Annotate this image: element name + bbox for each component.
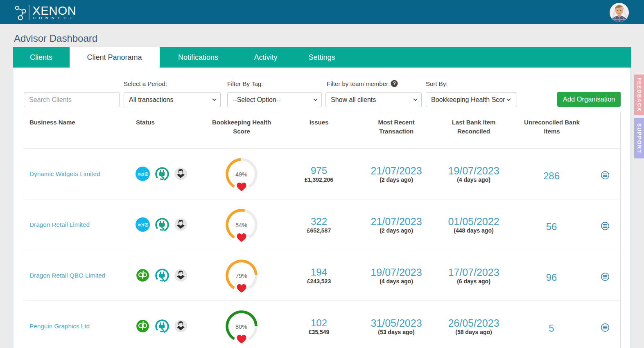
svg-text:?: ? [393,81,396,86]
svg-text:XENON: XENON [32,4,76,17]
svg-text:xer: xer [138,171,145,177]
svg-text:xer: xer [138,221,145,228]
svg-text:CONNECT: CONNECT [33,16,75,20]
